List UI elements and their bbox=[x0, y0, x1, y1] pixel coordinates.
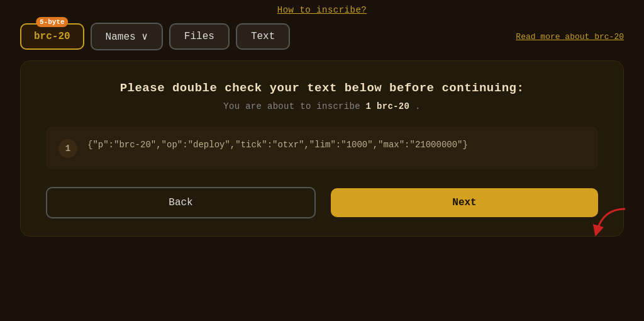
next-button[interactable]: Next bbox=[331, 188, 598, 217]
tab-files[interactable]: Files bbox=[169, 23, 230, 50]
panel-subtitle: You are about to inscribe 1 brc-20 . bbox=[46, 101, 598, 111]
inscription-number: 1 bbox=[58, 139, 77, 158]
subtitle-count: 1 bbox=[366, 101, 372, 111]
subtitle-post: . bbox=[415, 101, 421, 111]
button-row: Back Next bbox=[46, 187, 598, 218]
tab-names[interactable]: Names ∨ bbox=[91, 23, 163, 50]
tab-text[interactable]: Text bbox=[236, 23, 290, 50]
panel-title: Please double check your text below befo… bbox=[46, 81, 598, 95]
read-more-link[interactable]: Read more about brc-20 bbox=[516, 32, 624, 42]
tab-bar: 5-byte brc-20 Names ∨ Files Text Read mo… bbox=[20, 23, 624, 50]
brc20-badge: 5-byte bbox=[36, 17, 69, 27]
tab-brc20[interactable]: 5-byte brc-20 bbox=[20, 23, 84, 50]
back-button[interactable]: Back bbox=[46, 187, 316, 218]
main-panel: Please double check your text below befo… bbox=[20, 60, 624, 237]
inscription-row: 1 {"p":"brc-20","op":"deploy","tick":"ot… bbox=[46, 127, 598, 169]
subtitle-type: brc-20 bbox=[377, 101, 409, 111]
inscription-content: {"p":"brc-20","op":"deploy","tick":"otxr… bbox=[87, 138, 586, 153]
how-to-inscribe-link[interactable]: How to inscribe? bbox=[277, 5, 367, 15]
subtitle-pre: You are about to inscribe bbox=[223, 101, 365, 111]
